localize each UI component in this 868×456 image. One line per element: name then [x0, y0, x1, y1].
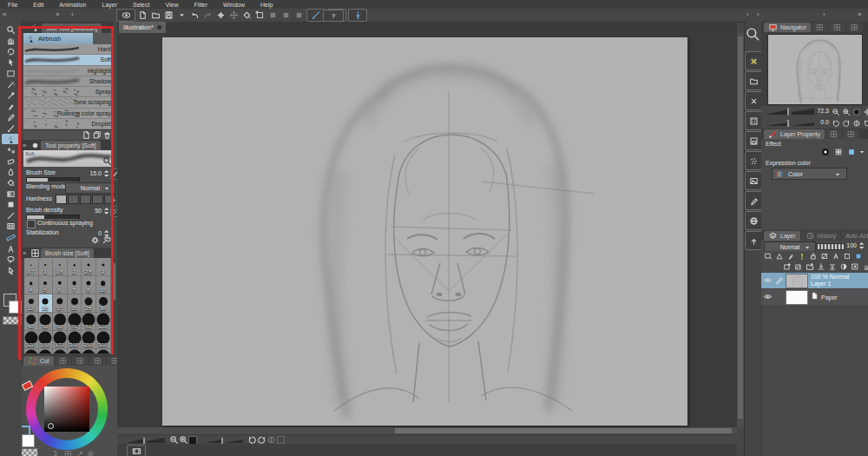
tool-property-tab[interactable]: Tool property [Soft]: [41, 141, 101, 150]
quick-button-save-small[interactable]: [745, 131, 762, 150]
tab-item-bank[interactable]: [829, 23, 845, 32]
menu-window[interactable]: Window: [215, 2, 253, 8]
canvas[interactable]: [162, 37, 687, 426]
gear-mini-icon[interactable]: [87, 450, 95, 456]
document-close-icon[interactable]: [157, 25, 161, 30]
tool-wand[interactable]: [2, 79, 20, 89]
menu-filter[interactable]: Filter: [187, 2, 216, 8]
quick-button-arrow-up[interactable]: [745, 231, 762, 250]
lock-alpha-button[interactable]: [819, 251, 830, 261]
color-wheel-tab[interactable]: Col: [23, 356, 54, 366]
border-effect-button[interactable]: [820, 147, 831, 157]
panel-left-icon[interactable]: ‹: [746, 9, 749, 20]
subtool-soft[interactable]: Soft: [23, 55, 114, 65]
layer-opacity-value[interactable]: 100: [845, 242, 857, 248]
subtool-spray[interactable]: Spray: [23, 87, 114, 97]
brush-size-extra[interactable]: [96, 349, 111, 354]
new-raster-layer-button[interactable]: [782, 261, 792, 272]
guide-button[interactable]: [842, 251, 852, 261]
tool-hand[interactable]: [2, 36, 20, 46]
palette-color-button[interactable]: [853, 251, 864, 261]
reset-rotation-button[interactable]: [852, 118, 862, 129]
brush-size-20[interactable]: 20: [68, 294, 82, 313]
status-zoom-slider[interactable]: [126, 437, 166, 444]
layer-tab[interactable]: Layer: [764, 231, 800, 241]
brush-size-70[interactable]: 70: [68, 313, 82, 331]
brush-size-2.5[interactable]: 2.5: [82, 258, 96, 276]
quick-button-close[interactable]: [745, 91, 762, 110]
tool-pencil[interactable]: [2, 112, 20, 122]
tool-eraser[interactable]: [2, 155, 20, 166]
brush-size-2[interactable]: 2: [68, 258, 82, 276]
subtool-running-color-spray[interactable]: Running color spray: [23, 109, 114, 119]
brush-size-30[interactable]: 30: [96, 294, 111, 313]
eyedropper-mini-icon[interactable]: [76, 450, 83, 456]
draft-layer-button[interactable]: [831, 251, 841, 261]
save-options-button[interactable]: [176, 10, 187, 21]
new-vector-layer-button[interactable]: [793, 261, 804, 272]
layer-opacity-stepper[interactable]: [858, 241, 868, 251]
stamp-button[interactable]: [861, 261, 868, 272]
tool-blend[interactable]: [2, 167, 20, 177]
help-button[interactable]: ?: [323, 10, 344, 22]
tab-quick-search[interactable]: [846, 23, 863, 32]
brush-size-12[interactable]: 12: [24, 294, 39, 313]
tab-search-layer[interactable]: [825, 129, 842, 139]
collapse-tools-icon[interactable]: «: [56, 9, 59, 20]
tool-zoom[interactable]: [2, 24, 20, 35]
reference-3-button[interactable]: [293, 10, 305, 21]
navigator-preview-area[interactable]: [761, 32, 868, 106]
copy-subtool-button[interactable]: [92, 130, 102, 140]
brush-size-25[interactable]: 25: [82, 294, 96, 313]
quick-button-edit[interactable]: [745, 191, 762, 210]
rotate-ccw-button[interactable]: [862, 118, 868, 129]
layer-color-button[interactable]: [846, 147, 857, 157]
brush-size-extra[interactable]: [24, 349, 39, 354]
tool-marquee[interactable]: [2, 68, 20, 78]
quick-button-halftone[interactable]: [745, 111, 762, 130]
quick-button-scatter[interactable]: [745, 151, 762, 170]
tool-property-wrench-icon[interactable]: [102, 235, 111, 245]
open-file-button[interactable]: [150, 10, 161, 21]
rotate-right-button[interactable]: [841, 118, 852, 129]
history-tab[interactable]: History: [801, 231, 841, 241]
hardness-blocks[interactable]: [56, 195, 115, 204]
brush-size-1[interactable]: 1: [39, 258, 54, 276]
timeline-button[interactable]: [127, 445, 146, 456]
brush-size-50[interactable]: 50: [39, 313, 54, 331]
layer1-visibility-icon[interactable]: [763, 275, 773, 285]
brush-size-6[interactable]: 6: [53, 276, 68, 294]
blending-mode-dropdown[interactable]: Normal: [65, 182, 115, 194]
subtool-shadow[interactable]: Shadow: [23, 76, 114, 87]
delete-subtool-button[interactable]: [102, 130, 112, 140]
auto-action-tab[interactable]: Auto Action: [841, 231, 868, 241]
new-folder-button[interactable]: [805, 261, 815, 272]
navigator-rotation-slider[interactable]: [765, 119, 815, 127]
brush-density-value[interactable]: 50: [84, 208, 102, 214]
reference-2-button[interactable]: [280, 10, 292, 21]
status-rotation-slider[interactable]: [204, 437, 244, 444]
subtool-collapse-icon[interactable]: »: [23, 22, 26, 33]
flip-horizontal-button[interactable]: [862, 107, 868, 117]
expand-right-icon[interactable]: ›: [823, 9, 825, 20]
horizontal-scrollbar[interactable]: [117, 427, 737, 434]
brush-size-extra[interactable]: [53, 349, 68, 354]
subtool-tone-scraping[interactable]: Tone scraping: [23, 97, 114, 108]
transfer-down-button[interactable]: [816, 261, 826, 272]
tab-animation-cel[interactable]: [843, 129, 859, 139]
wheel-transparent-swatch[interactable]: [22, 448, 38, 456]
rotate-left-button[interactable]: [831, 118, 841, 129]
subtool-hard[interactable]: Hard: [23, 44, 114, 55]
layer-mask-button[interactable]: [838, 261, 849, 272]
zoom-out-button[interactable]: [831, 107, 841, 117]
tool-balloon[interactable]: [2, 254, 20, 265]
fill-button[interactable]: [241, 10, 253, 21]
transparent-color-swatch[interactable]: [3, 316, 22, 325]
preview-zoom-icon[interactable]: [102, 156, 112, 166]
lock-layer-button[interactable]: [808, 251, 819, 261]
clip-at-layer-button[interactable]: [774, 251, 785, 261]
brush-size-60[interactable]: 60: [53, 313, 68, 331]
layer-row-layer1[interactable]: 100 % Normal Layer 1: [761, 273, 868, 288]
layer1-thumbnail[interactable]: [786, 274, 808, 288]
apply-mask-button[interactable]: [850, 261, 860, 272]
